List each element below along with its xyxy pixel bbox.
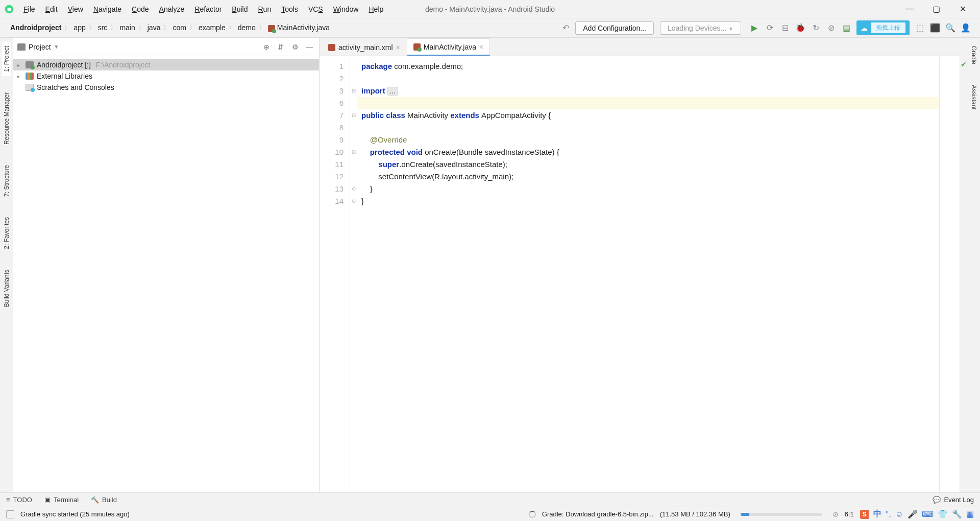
debug-button[interactable]: ⊟	[779, 22, 791, 34]
expand-all-button[interactable]: ⇵	[275, 41, 286, 53]
bottom-tool-todo[interactable]: ≡TODO	[6, 496, 32, 504]
search-everywhere-button[interactable]: 🔍	[944, 22, 957, 34]
event-log-button[interactable]: Event Log	[944, 496, 974, 504]
ime-mic-icon[interactable]: 🎤	[908, 509, 918, 519]
sdk-manager-button[interactable]: ⬛	[929, 22, 941, 34]
code-line[interactable]: }	[361, 195, 939, 207]
tree-arrow-icon[interactable]: ▸	[17, 62, 22, 68]
line-number[interactable]: 2	[320, 73, 344, 85]
avd-manager-button[interactable]: ▤	[840, 22, 852, 34]
tab-close-button[interactable]: ×	[479, 43, 483, 51]
menu-edit[interactable]: Edit	[41, 3, 62, 15]
fold-toggle[interactable]: ⊖	[350, 183, 357, 195]
close-button[interactable]: ✕	[953, 4, 972, 14]
editor-tab-activity_main-xml[interactable]: activity_main.xml ×	[322, 38, 407, 56]
breadcrumb-mainactivity-java[interactable]: MainActivity.java	[266, 22, 332, 33]
left-tab-7-structure[interactable]: 7: Structure	[2, 161, 11, 201]
code-line[interactable]	[361, 73, 939, 85]
locate-file-button[interactable]: ⊕	[261, 41, 272, 53]
menu-code[interactable]: Code	[128, 3, 153, 15]
line-number[interactable]: 7	[320, 109, 344, 122]
line-number[interactable]: 14	[320, 195, 344, 207]
breadcrumb-java[interactable]: java	[145, 22, 163, 33]
apply-changes-button[interactable]: ⟳	[764, 22, 776, 34]
line-number[interactable]: 9	[320, 134, 344, 146]
tree-item-external-libraries[interactable]: ▸ External Libraries	[13, 70, 319, 82]
run-button[interactable]: ▶	[748, 22, 761, 34]
ime-tools-icon[interactable]: 🔧	[952, 509, 962, 519]
menu-help[interactable]: Help	[364, 3, 387, 15]
code-line[interactable]	[361, 122, 939, 134]
right-tab-assistant[interactable]: Assistant	[969, 81, 978, 114]
tab-close-button[interactable]: ×	[396, 43, 400, 52]
fold-toggle[interactable]	[350, 158, 357, 171]
fold-toggle[interactable]: ⊖	[350, 195, 357, 207]
breadcrumb-src[interactable]: src	[96, 22, 110, 33]
fold-toggle[interactable]	[350, 122, 357, 134]
breadcrumb-app[interactable]: app	[71, 22, 87, 33]
tree-arrow-icon[interactable]: ▸	[17, 74, 22, 79]
sogou-ime-icon[interactable]: S	[860, 510, 869, 519]
collapse-button[interactable]: —	[304, 41, 315, 53]
breadcrumb-androidproject[interactable]: Androidproject	[8, 22, 63, 33]
sync-gradle-button[interactable]: ⬚	[914, 22, 926, 34]
cursor-position[interactable]: 6:1	[845, 510, 854, 518]
code-line[interactable]: }	[361, 183, 939, 195]
code-line[interactable]: public class MainActivity extends AppCom…	[361, 109, 939, 122]
bottom-tool-terminal[interactable]: ▣Terminal	[44, 496, 79, 504]
cancel-download-button[interactable]: ⊘	[832, 510, 839, 518]
nav-back-button[interactable]: ↶	[559, 21, 572, 35]
fold-toggle[interactable]	[350, 97, 357, 109]
ime-emoji-icon[interactable]: ☺	[895, 510, 903, 519]
maximize-button[interactable]: ▢	[927, 4, 945, 14]
code-line[interactable]	[361, 97, 939, 109]
ime-keyboard-icon[interactable]: ⌨	[922, 509, 934, 519]
attach-debugger-button[interactable]: 🐞	[794, 22, 806, 34]
line-number[interactable]: 1	[320, 60, 344, 73]
menu-file[interactable]: File	[19, 3, 39, 15]
fold-toggle[interactable]: ⊟	[350, 146, 357, 158]
fold-gutter[interactable]: ⊞⊟⊟⊖⊖	[350, 56, 357, 492]
editor-marker-bar[interactable]	[939, 56, 960, 492]
menu-window[interactable]: Window	[329, 3, 363, 15]
settings-button[interactable]: ⚙	[289, 41, 301, 53]
ime-skin-icon[interactable]: 👕	[938, 509, 948, 519]
line-number[interactable]: 13	[320, 183, 344, 195]
run-configuration-dropdown[interactable]: Add Configuration...	[575, 21, 654, 35]
editor-tab-mainactivity-java[interactable]: MainActivity.java ×	[407, 38, 490, 56]
line-number[interactable]: 11	[320, 158, 344, 171]
menu-view[interactable]: View	[64, 3, 87, 15]
fold-toggle[interactable]	[350, 73, 357, 85]
breadcrumb-demo[interactable]: demo	[236, 22, 258, 33]
code-editor[interactable]: package com.example.demo;import ...publi…	[357, 56, 939, 492]
line-number[interactable]: 3	[320, 85, 344, 97]
stop-button[interactable]: ⊘	[825, 22, 837, 34]
menu-vcs[interactable]: VCS	[304, 3, 327, 15]
breadcrumb-main[interactable]: main	[117, 22, 137, 33]
line-number[interactable]: 10	[320, 146, 344, 158]
project-view-selector[interactable]: Project	[29, 43, 51, 51]
fold-toggle[interactable]	[350, 134, 357, 146]
right-tab-gradle[interactable]: Gradle	[969, 42, 978, 68]
tree-item-scratches-and-consoles[interactable]: Scratches and Consoles	[13, 82, 319, 93]
left-tab-build-variants[interactable]: Build Variants	[2, 266, 11, 311]
tree-item-androidproject-[interactable]: ▸ Androidproject [:] F:\Androidproject	[13, 59, 319, 70]
line-number[interactable]: 6	[320, 97, 344, 109]
cloud-upload-button[interactable]: ☁ 拖拽上传	[856, 20, 910, 35]
line-number[interactable]: 8	[320, 122, 344, 134]
tree-arrow-icon[interactable]	[17, 85, 22, 90]
status-bar-menu-icon[interactable]	[6, 510, 14, 518]
bottom-tool-build[interactable]: 🔨Build	[91, 496, 117, 504]
left-tab-resource-manager[interactable]: Resource Manager	[2, 88, 11, 149]
minimize-button[interactable]: —	[900, 4, 919, 14]
menu-analyze[interactable]: Analyze	[155, 3, 189, 15]
left-tab-2-favorites[interactable]: 2: Favorites	[2, 213, 11, 253]
menu-run[interactable]: Run	[254, 3, 275, 15]
code-line[interactable]: protected void onCreate(Bundle savedInst…	[361, 146, 939, 158]
line-number[interactable]: 12	[320, 171, 344, 183]
fold-toggle[interactable]: ⊞	[350, 85, 357, 97]
breadcrumb-com[interactable]: com	[170, 22, 188, 33]
code-line[interactable]: @Override	[361, 134, 939, 146]
ime-lang-indicator[interactable]: 中	[873, 509, 881, 519]
device-dropdown[interactable]: Loading Devices... ▼	[660, 21, 741, 35]
